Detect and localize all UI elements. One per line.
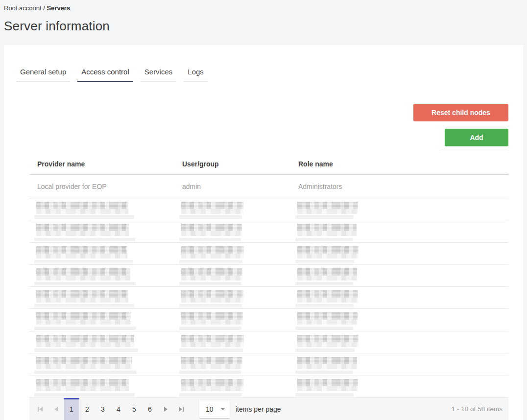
redacted-line — [181, 224, 242, 231]
redacted-line — [36, 386, 129, 391]
column-header-role-name[interactable]: Role name — [290, 160, 508, 168]
redacted-text-block — [297, 202, 358, 214]
redacted-table-cell — [29, 265, 174, 286]
redacted-table-cell — [174, 198, 290, 220]
previous-page-button[interactable] — [48, 398, 64, 420]
redacted-underbar — [179, 327, 241, 330]
redacted-underbar — [295, 371, 353, 374]
table-row[interactable] — [29, 375, 508, 397]
redacted-table-cell — [174, 375, 290, 397]
redacted-text-block — [297, 379, 358, 391]
redacted-text-block — [181, 335, 244, 347]
tab-label: Access control — [81, 68, 129, 76]
tab-access-control[interactable]: Access control — [77, 64, 133, 82]
add-button[interactable]: Add — [445, 129, 508, 146]
breadcrumb: Root account / Servers — [4, 4, 523, 12]
redacted-line — [297, 268, 357, 276]
redacted-line — [36, 364, 132, 369]
table-row[interactable] — [29, 353, 508, 375]
access-control-grid: Provider nameUser/groupRole name Local p… — [29, 153, 508, 398]
redacted-table-cell — [290, 265, 508, 286]
table-row[interactable] — [29, 265, 508, 287]
redacted-line — [297, 231, 357, 236]
redacted-line — [181, 290, 243, 298]
last-page-icon — [179, 407, 184, 412]
redacted-line — [181, 386, 243, 391]
last-page-button[interactable] — [173, 398, 189, 420]
redacted-text-block — [36, 335, 134, 347]
redacted-table-cell — [29, 375, 174, 397]
pager-page-2[interactable]: 2 — [79, 398, 95, 420]
tab-general-setup[interactable]: General setup — [16, 64, 70, 82]
tab-logs[interactable]: Logs — [184, 64, 208, 82]
pager-page-6[interactable]: 6 — [142, 398, 158, 420]
tab-label: General setup — [20, 68, 66, 76]
redacted-text-block — [181, 379, 243, 391]
redacted-underbar — [34, 327, 136, 330]
redacted-table-cell — [290, 243, 508, 264]
redacted-table-cell — [29, 198, 174, 220]
table-row[interactable] — [29, 331, 508, 353]
redacted-text-block — [297, 246, 359, 258]
redacted-text-block — [297, 312, 358, 325]
redacted-line — [36, 246, 127, 254]
reset-child-nodes-button[interactable]: Reset child nodes — [413, 104, 508, 121]
redacted-text-block — [297, 224, 357, 236]
redacted-line — [297, 342, 359, 347]
redacted-underbar — [295, 282, 353, 285]
breadcrumb-parent[interactable]: Root account — [4, 4, 42, 12]
redacted-line — [297, 335, 359, 342]
next-page-button[interactable] — [158, 398, 173, 420]
redacted-text-block — [181, 246, 244, 258]
redacted-underbar — [34, 260, 133, 263]
pager-page-1[interactable]: 1 — [64, 398, 79, 420]
redacted-line — [297, 298, 358, 303]
redacted-table-cell — [174, 331, 290, 353]
table-cell: Local provider for EOP — [29, 183, 174, 190]
redacted-text-block — [36, 268, 130, 280]
column-header-user-group[interactable]: User/group — [174, 160, 290, 168]
redacted-text-block — [36, 357, 132, 369]
redacted-table-cell — [174, 220, 290, 242]
redacted-line — [181, 231, 242, 236]
table-row[interactable] — [29, 309, 508, 331]
redacted-underbar — [295, 349, 355, 352]
column-header-provider-name[interactable]: Provider name — [29, 160, 174, 168]
redacted-line — [181, 254, 244, 258]
table-row[interactable] — [29, 198, 508, 220]
redacted-text-block — [181, 268, 242, 280]
page-size-dropdown[interactable]: 10 — [199, 400, 230, 419]
pager-page-5[interactable]: 5 — [126, 398, 142, 420]
redacted-line — [297, 290, 358, 298]
redacted-table-cell — [174, 243, 290, 264]
tabstrip: General setupAccess controlServicesLogs — [4, 45, 523, 82]
table-row[interactable] — [29, 220, 508, 242]
redacted-line — [181, 268, 242, 276]
table-row[interactable]: Local provider for EOPadminAdministrator… — [29, 175, 508, 198]
redacted-text-block — [297, 268, 357, 280]
table-row[interactable] — [29, 243, 508, 265]
main-panel: General setupAccess controlServicesLogs … — [4, 45, 523, 420]
redacted-underbar — [179, 215, 242, 219]
pager-page-3[interactable]: 3 — [95, 398, 111, 420]
redacted-underbar — [179, 282, 241, 285]
redacted-text-block — [181, 202, 243, 214]
tab-services[interactable]: Services — [141, 64, 177, 82]
redacted-underbar — [34, 393, 135, 397]
redacted-line — [297, 224, 357, 231]
redacted-text-block — [181, 357, 242, 369]
redacted-line — [36, 312, 131, 320]
pager-page-4[interactable]: 4 — [111, 398, 126, 420]
table-cell: Administrators — [290, 183, 508, 190]
redacted-line — [297, 312, 358, 320]
redacted-underbar — [34, 371, 137, 374]
redacted-line — [36, 231, 129, 236]
redacted-underbar — [34, 238, 135, 241]
table-row[interactable] — [29, 287, 508, 309]
redacted-table-cell — [29, 220, 174, 242]
grid-body: Local provider for EOPadminAdministrator… — [29, 175, 508, 398]
redacted-underbar — [179, 349, 243, 352]
redacted-line — [181, 342, 244, 347]
first-page-button[interactable] — [32, 398, 48, 420]
redacted-line — [36, 335, 134, 342]
